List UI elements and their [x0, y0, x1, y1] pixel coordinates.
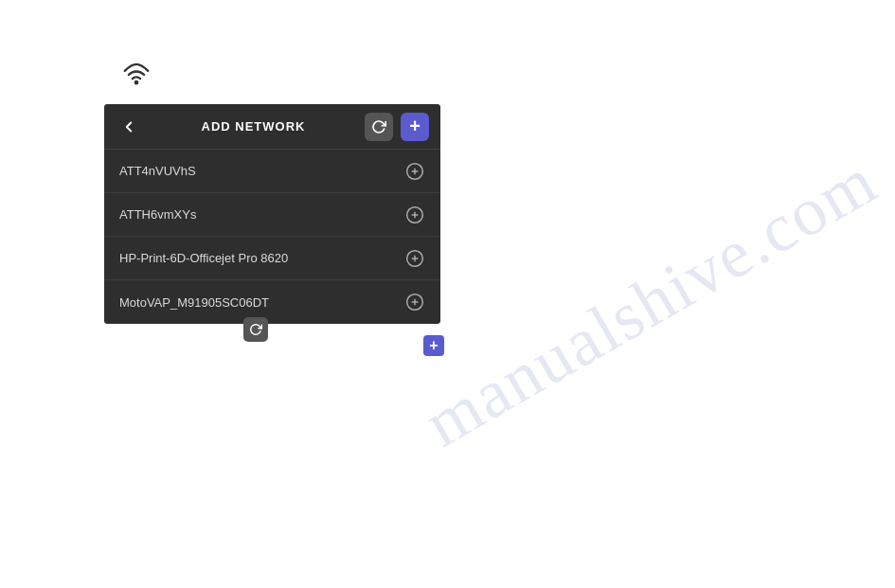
refresh-float-icon — [249, 323, 262, 336]
add-float-icon: + — [429, 337, 438, 354]
network-item[interactable]: ATTH6vmXYs — [104, 193, 440, 237]
refresh-button[interactable] — [365, 113, 393, 141]
wifi-icon — [123, 62, 150, 88]
back-icon — [120, 118, 137, 135]
network-item[interactable]: ATT4nVUVhS — [104, 150, 440, 193]
add-icon: + — [409, 116, 421, 137]
refresh-icon — [371, 119, 386, 134]
header-actions: + — [365, 113, 429, 141]
svg-point-0 — [135, 81, 137, 83]
panel-title: ADD NETWORK — [142, 119, 365, 134]
add-network-panel: ADD NETWORK + ATT4nVUVhS — [104, 104, 440, 324]
add-network-icon-1[interactable] — [404, 205, 425, 225]
network-name: ATTH6vmXYs — [119, 207, 196, 222]
back-button[interactable] — [116, 114, 142, 140]
network-list: ATT4nVUVhS ATTH6vmXYs HP-Print-6D-Of — [104, 150, 440, 324]
plus-circle-icon — [405, 249, 424, 268]
plus-circle-icon — [405, 205, 424, 224]
plus-circle-icon — [405, 293, 424, 312]
panel-header: ADD NETWORK + — [104, 104, 440, 150]
network-item[interactable]: MotoVAP_M91905SC06DT — [104, 280, 440, 324]
wifi-icon-container — [123, 62, 150, 92]
add-network-icon-3[interactable] — [404, 292, 425, 312]
network-item[interactable]: HP-Print-6D-Officejet Pro 8620 — [104, 237, 440, 280]
refresh-float-button[interactable] — [243, 317, 268, 342]
network-name: HP-Print-6D-Officejet Pro 8620 — [119, 251, 288, 265]
watermark: manualshive.com — [411, 141, 890, 463]
plus-circle-icon — [405, 162, 424, 181]
add-network-icon-2[interactable] — [404, 248, 425, 269]
add-float-button[interactable]: + — [423, 335, 444, 356]
add-button[interactable]: + — [401, 113, 429, 141]
network-name: ATT4nVUVhS — [119, 164, 196, 178]
network-name: MotoVAP_M91905SC06DT — [119, 295, 269, 310]
add-network-icon-0[interactable] — [404, 161, 425, 182]
